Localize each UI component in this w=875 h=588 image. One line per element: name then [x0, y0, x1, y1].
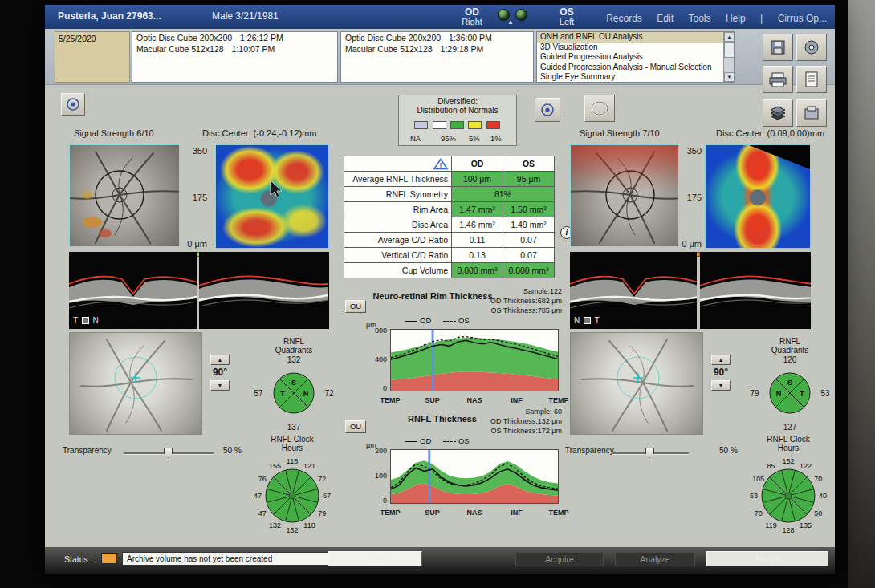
- od-fundus-rnfl-image[interactable]: [69, 144, 180, 247]
- od-line-swatch: [405, 321, 417, 322]
- analysis-item[interactable]: Single Eye Summary: [537, 72, 734, 83]
- archive-button[interactable]: [796, 34, 827, 61]
- os-clock-title-1: RNFL Clock: [745, 435, 832, 444]
- report-button[interactable]: [796, 66, 827, 93]
- acquire-button[interactable]: Acquire: [515, 552, 604, 566]
- od-vertical-bscan[interactable]: [199, 252, 329, 329]
- pointer-triangle-icon: ▲: [507, 18, 514, 26]
- menu-records[interactable]: Records: [606, 13, 642, 24]
- row-od-value: 0.000 mm³: [452, 263, 503, 278]
- os-quadrants-title-1: RNFL: [748, 337, 832, 346]
- od-quadrant-diagram: 132 57 72 137 S T N: [252, 355, 336, 432]
- os-eye-icon: [515, 9, 527, 21]
- scrollbar-thumb[interactable]: [724, 42, 735, 58]
- clock-hour-9-value: 47: [254, 492, 262, 500]
- row-label: Disc Area: [344, 217, 452, 233]
- title-bar: Pusterla, Juan 27963... Male 3/21/1981 O…: [45, 5, 835, 29]
- row-od-value: 0.11: [452, 233, 503, 248]
- od-registration-button[interactable]: [61, 93, 85, 116]
- normals-legend: Diversified: Distribution of Normals NA …: [398, 95, 517, 146]
- scan-name: Optic Disc Cube 200x200: [136, 33, 232, 43]
- clock-hour-9-value: 63: [750, 492, 758, 500]
- analysis-list-scrollbar[interactable]: ▲ ▼: [723, 32, 734, 82]
- rnfl-chart-ou-button[interactable]: OU: [345, 420, 366, 433]
- clock-hour-5-value: 118: [303, 521, 315, 529]
- print-button[interactable]: [763, 66, 793, 93]
- analysis-item-selected[interactable]: ONH and RNFL OU Analysis: [537, 32, 734, 43]
- os-map-black-wedge: [749, 145, 810, 169]
- os-transparency-thumb[interactable]: [645, 448, 654, 458]
- ou-label: OU: [350, 302, 361, 310]
- clock-hour-4-value: 79: [318, 509, 326, 517]
- clock-hour-11-value: 155: [269, 462, 281, 470]
- os-rnfl-thickness-map[interactable]: [705, 144, 811, 249]
- id-patient-button[interactable]: ID Patient: [328, 551, 422, 566]
- od-rnfl-thickness-map[interactable]: [215, 144, 329, 249]
- xtick-temp: TEMP: [548, 509, 568, 517]
- finish-button[interactable]: Finish: [706, 551, 828, 566]
- legend-subtitle: Distribution of Normals: [399, 106, 516, 115]
- rnfl-chart-xticks: TEMP SUP NAS INF TEMP: [390, 509, 559, 518]
- os-horizontal-bscan[interactable]: N T: [570, 252, 697, 329]
- os-quadrant-letter-right: T: [800, 390, 804, 398]
- menu-app-name[interactable]: Cirrus Op...: [778, 13, 827, 24]
- od-line-swatch: [405, 441, 417, 442]
- svg-text:!: !: [440, 161, 442, 169]
- analysis-item[interactable]: Guided Progression Analysis - Manual Sel…: [537, 63, 734, 73]
- rnfl-sample: Sample: 60: [478, 408, 562, 416]
- orientation-left: T: [73, 316, 78, 325]
- scroll-down-icon[interactable]: ▼: [724, 72, 735, 82]
- exam-date-cell[interactable]: 5/25/2020: [55, 31, 130, 83]
- analysis-item[interactable]: 3D Visualization: [537, 43, 734, 53]
- od-horizontal-bscan[interactable]: T N: [69, 252, 197, 329]
- os-vertical-bscan[interactable]: [700, 252, 811, 329]
- menu-help[interactable]: Help: [726, 13, 746, 24]
- os-scan-row[interactable]: Optic Disc Cube 200x200 1:36:00 PM: [341, 32, 533, 43]
- od-scan-row[interactable]: Optic Disc Cube 200x200 1:26:12 PM: [132, 32, 337, 43]
- od-rotate-down-button[interactable]: ▼: [210, 380, 230, 391]
- os-fundus-rnfl-image[interactable]: [570, 144, 679, 247]
- os-fundus-photo[interactable]: [570, 332, 703, 435]
- ellipse-tool-button[interactable]: [584, 95, 615, 122]
- clock-hour-6-value: 162: [286, 526, 298, 534]
- os-rotate-down-button[interactable]: ▼: [711, 380, 731, 391]
- od-transparency-thumb[interactable]: [164, 448, 173, 458]
- photo-background-wall: [848, 0, 875, 588]
- os-rotate-up-button[interactable]: ▲: [711, 355, 731, 365]
- clock-hour-1-value: 122: [800, 462, 812, 470]
- orientation-right: N: [93, 316, 99, 325]
- os-registration-button[interactable]: [535, 98, 560, 122]
- os-clock-hours-diagram: 152122704050135128119706310585: [745, 452, 832, 536]
- rim-chart-ou-button[interactable]: OU: [345, 300, 366, 313]
- xtick-sup: SUP: [425, 509, 440, 517]
- od-bscan-orientation: T N: [73, 316, 99, 325]
- clock-hour-1-value: 121: [303, 462, 315, 470]
- legend-chip-borderline: [468, 121, 482, 129]
- scan-time: 1:36:00 PM: [449, 33, 492, 43]
- od-fundus-photo[interactable]: [69, 332, 202, 435]
- row-label: Average RNFL Thickness: [344, 172, 452, 187]
- rnfl-ytick-200: 200: [364, 447, 387, 455]
- analysis-item[interactable]: Guided Progression Analysis: [537, 52, 734, 63]
- menu-separator: |: [760, 13, 763, 24]
- menu-edit[interactable]: Edit: [657, 13, 674, 24]
- clock-hour-7-value: 119: [765, 521, 776, 529]
- export-button[interactable]: [763, 99, 793, 127]
- row-os-value: 0.000 mm³: [503, 263, 555, 278]
- os-transparency-value: 50 %: [719, 446, 738, 455]
- rim-od-thickness: OD Thickness:682 μm: [478, 297, 562, 305]
- od-quadrants-title-2: Quadrants: [252, 346, 336, 355]
- onh-parameters-table: ! OD OS Average RNFL Thickness 100 μm 95…: [344, 156, 555, 278]
- xtick-nas: NAS: [466, 509, 482, 517]
- analyze-button[interactable]: Analyze: [615, 552, 695, 566]
- os-scan-row[interactable]: Macular Cube 512x128 1:29:18 PM: [341, 43, 533, 55]
- od-rotate-up-button[interactable]: ▲: [210, 355, 230, 365]
- od-scale-350: 350: [183, 146, 207, 156]
- save-button[interactable]: [763, 34, 793, 61]
- dicom-button[interactable]: [796, 99, 827, 127]
- od-scan-row[interactable]: Macular Cube 512x128 1:10:07 PM: [132, 43, 337, 55]
- row-os-value: 1.50 mm²: [503, 202, 555, 217]
- analysis-list: ONH and RNFL OU Analysis 3D Visualizatio…: [536, 31, 735, 83]
- menu-tools[interactable]: Tools: [688, 13, 710, 24]
- scroll-up-icon[interactable]: ▲: [724, 32, 735, 42]
